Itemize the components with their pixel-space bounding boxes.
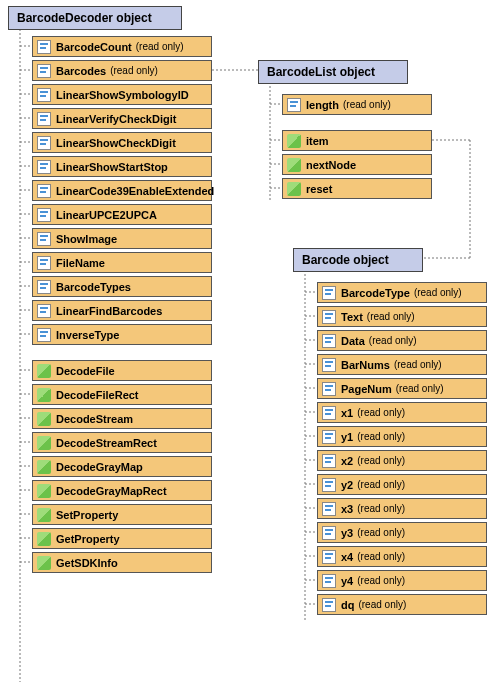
item-label: DecodeFileRect xyxy=(56,389,139,401)
item-label: LinearShowStartStop xyxy=(56,161,168,173)
prop-y1: y1(read only) xyxy=(317,426,487,447)
method-icon xyxy=(37,412,51,426)
readonly-label: (read only) xyxy=(367,311,415,322)
item-label: LinearCode39EnableExtended xyxy=(56,185,214,197)
readonly-label: (read only) xyxy=(343,99,391,110)
method-icon xyxy=(37,556,51,570)
item-label: y2 xyxy=(341,479,353,491)
item-label: BarcodeType xyxy=(341,287,410,299)
item-label: LinearVerifyCheckDigit xyxy=(56,113,176,125)
property-icon xyxy=(37,256,51,270)
readonly-label: (read only) xyxy=(357,575,405,586)
method-icon xyxy=(37,508,51,522)
property-icon xyxy=(37,88,51,102)
prop-BarcodeTypes: BarcodeTypes xyxy=(32,276,212,297)
item-label: GetProperty xyxy=(56,533,120,545)
prop-LinearShowSymbologyID: LinearShowSymbologyID xyxy=(32,84,212,105)
item-label: DecodeFile xyxy=(56,365,115,377)
method-icon xyxy=(287,182,301,196)
item-label: y3 xyxy=(341,527,353,539)
readonly-label: (read only) xyxy=(357,551,405,562)
method-nextNode: nextNode xyxy=(282,154,432,175)
item-label: GetSDKInfo xyxy=(56,557,118,569)
prop-BarcodeType: BarcodeType(read only) xyxy=(317,282,487,303)
prop-LinearShowStartStop: LinearShowStartStop xyxy=(32,156,212,177)
item-label: length xyxy=(306,99,339,111)
property-icon xyxy=(37,232,51,246)
property-icon xyxy=(37,280,51,294)
readonly-label: (read only) xyxy=(357,431,405,442)
property-icon xyxy=(322,358,336,372)
item-label: LinearShowSymbologyID xyxy=(56,89,189,101)
item-label: ShowImage xyxy=(56,233,117,245)
item-label: x1 xyxy=(341,407,353,419)
property-icon xyxy=(322,574,336,588)
item-label: BarcodeCount xyxy=(56,41,132,53)
item-label: x2 xyxy=(341,455,353,467)
prop-x1: x1(read only) xyxy=(317,402,487,423)
property-icon xyxy=(37,184,51,198)
method-icon xyxy=(37,364,51,378)
readonly-label: (read only) xyxy=(396,383,444,394)
item-label: BarcodeTypes xyxy=(56,281,131,293)
prop-BarcodeCount: BarcodeCount(read only) xyxy=(32,36,212,57)
prop-y3: y3(read only) xyxy=(317,522,487,543)
property-icon xyxy=(322,454,336,468)
property-icon xyxy=(322,526,336,540)
prop-dq: dq(read only) xyxy=(317,594,487,615)
item-label: Barcodes xyxy=(56,65,106,77)
prop-LinearUPCE2UPCA: LinearUPCE2UPCA xyxy=(32,204,212,225)
item-label: y1 xyxy=(341,431,353,443)
method-item: item xyxy=(282,130,432,151)
method-SetProperty: SetProperty xyxy=(32,504,212,525)
item-label: SetProperty xyxy=(56,509,118,521)
readonly-label: (read only) xyxy=(358,599,406,610)
property-icon xyxy=(37,208,51,222)
readonly-label: (read only) xyxy=(357,527,405,538)
property-icon xyxy=(322,334,336,348)
method-GetProperty: GetProperty xyxy=(32,528,212,549)
method-icon xyxy=(37,484,51,498)
prop-length: length(read only) xyxy=(282,94,432,115)
readonly-label: (read only) xyxy=(414,287,462,298)
item-label: PageNum xyxy=(341,383,392,395)
readonly-label: (read only) xyxy=(136,41,184,52)
prop-y2: y2(read only) xyxy=(317,474,487,495)
readonly-label: (read only) xyxy=(357,503,405,514)
prop-ShowImage: ShowImage xyxy=(32,228,212,249)
property-icon xyxy=(322,502,336,516)
item-label: x3 xyxy=(341,503,353,515)
item-label: DecodeStreamRect xyxy=(56,437,157,449)
readonly-label: (read only) xyxy=(357,407,405,418)
property-icon xyxy=(37,136,51,150)
readonly-label: (read only) xyxy=(357,479,405,490)
readonly-label: (read only) xyxy=(357,455,405,466)
item-label: item xyxy=(306,135,329,147)
prop-x3: x3(read only) xyxy=(317,498,487,519)
property-icon xyxy=(322,478,336,492)
property-icon xyxy=(37,160,51,174)
property-icon xyxy=(37,328,51,342)
item-label: InverseType xyxy=(56,329,119,341)
property-icon xyxy=(322,286,336,300)
prop-y4: y4(read only) xyxy=(317,570,487,591)
item-label: LinearFindBarcodes xyxy=(56,305,162,317)
item-label: reset xyxy=(306,183,332,195)
method-DecodeFileRect: DecodeFileRect xyxy=(32,384,212,405)
decoder-header: BarcodeDecoder object xyxy=(8,6,182,30)
item-label: nextNode xyxy=(306,159,356,171)
property-icon xyxy=(37,64,51,78)
prop-PageNum: PageNum(read only) xyxy=(317,378,487,399)
method-GetSDKInfo: GetSDKInfo xyxy=(32,552,212,573)
item-label: DecodeGrayMapRect xyxy=(56,485,167,497)
property-icon xyxy=(322,406,336,420)
method-DecodeStream: DecodeStream xyxy=(32,408,212,429)
method-icon xyxy=(37,388,51,402)
property-icon xyxy=(37,304,51,318)
item-label: BarNums xyxy=(341,359,390,371)
item-label: DecodeStream xyxy=(56,413,133,425)
prop-LinearVerifyCheckDigit: LinearVerifyCheckDigit xyxy=(32,108,212,129)
item-label: Text xyxy=(341,311,363,323)
item-label: FileName xyxy=(56,257,105,269)
method-icon xyxy=(37,436,51,450)
